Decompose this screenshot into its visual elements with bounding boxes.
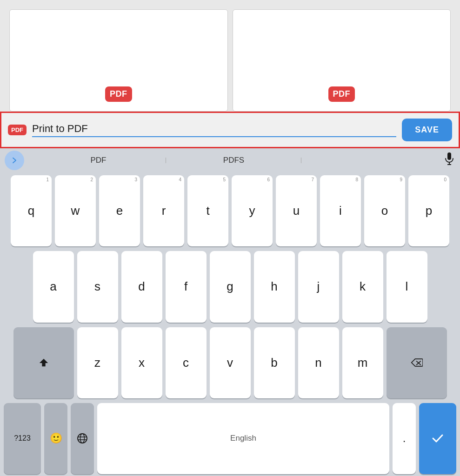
- pdf-thumbnail-left[interactable]: PDF: [9, 9, 228, 112]
- mic-button[interactable]: [443, 152, 455, 168]
- key-s[interactable]: s: [77, 251, 118, 322]
- chevron-right-icon: [10, 156, 19, 165]
- pdf-thumbnail-right[interactable]: PDF: [233, 9, 451, 112]
- suggestion-items: PDF PDFS: [31, 156, 437, 165]
- key-v[interactable]: v: [210, 327, 251, 398]
- key-emoji[interactable]: 🙂: [44, 403, 67, 474]
- key-n[interactable]: n: [298, 327, 339, 398]
- save-button[interactable]: SAVE: [402, 119, 452, 141]
- key-a[interactable]: a: [33, 251, 74, 322]
- key-return[interactable]: [419, 403, 456, 474]
- key-h[interactable]: h: [254, 251, 295, 322]
- key-num123[interactable]: ?123: [4, 403, 41, 474]
- key-k[interactable]: k: [342, 251, 383, 322]
- key-q[interactable]: q1: [11, 175, 52, 246]
- globe-icon: [77, 433, 88, 444]
- key-m[interactable]: m: [342, 327, 383, 398]
- key-period[interactable]: .: [393, 403, 416, 474]
- rename-input[interactable]: [32, 123, 396, 137]
- key-row-bottom: ?123 🙂 English .: [2, 403, 458, 474]
- key-y[interactable]: y6: [232, 175, 273, 246]
- svg-point-6: [80, 434, 85, 443]
- key-w[interactable]: w2: [55, 175, 96, 246]
- key-l[interactable]: l: [387, 251, 427, 322]
- key-j[interactable]: j: [298, 251, 339, 322]
- svg-point-5: [78, 434, 87, 443]
- key-space[interactable]: English: [97, 403, 389, 474]
- keyboard: q1 w2 e3 r4 t5 y6 u7 i8 o9 p0 a s d f g …: [0, 172, 460, 476]
- rename-input-wrapper: [32, 123, 396, 137]
- key-c[interactable]: c: [166, 327, 207, 398]
- key-d[interactable]: d: [121, 251, 162, 322]
- checkmark-icon: [432, 434, 444, 443]
- key-o[interactable]: o9: [364, 175, 405, 246]
- key-u[interactable]: u7: [276, 175, 317, 246]
- pdf-badge-left: PDF: [105, 86, 132, 102]
- suggestion-bar: PDF PDFS: [0, 148, 460, 172]
- shift-icon: [39, 357, 49, 368]
- pdf-thumbnails-area: PDF PDF: [0, 0, 460, 112]
- backspace-icon: [411, 357, 423, 368]
- suggestion-item-pdfs[interactable]: PDFS: [166, 156, 301, 165]
- key-row-3: z x c v b n m: [2, 327, 458, 398]
- microphone-icon: [443, 152, 455, 166]
- key-backspace[interactable]: [387, 327, 447, 398]
- key-p[interactable]: p0: [408, 175, 449, 246]
- suggestion-item-pdf[interactable]: PDF: [31, 156, 166, 165]
- key-globe[interactable]: [71, 403, 94, 474]
- key-row-1: q1 w2 e3 r4 t5 y6 u7 i8 o9 p0: [2, 175, 458, 246]
- rename-bar-pdf-icon: PDF: [8, 125, 27, 135]
- key-f[interactable]: f: [166, 251, 207, 322]
- key-i[interactable]: i8: [320, 175, 361, 246]
- key-z[interactable]: z: [77, 327, 118, 398]
- key-row-2: a s d f g h j k l: [2, 251, 458, 322]
- pdf-badge-right: PDF: [328, 86, 355, 102]
- suggestion-expand-button[interactable]: [5, 151, 24, 170]
- key-r[interactable]: r4: [143, 175, 184, 246]
- rename-bar: PDF SAVE: [0, 112, 460, 148]
- key-t[interactable]: t5: [187, 175, 228, 246]
- svg-rect-0: [447, 152, 451, 160]
- key-x[interactable]: x: [121, 327, 162, 398]
- key-e[interactable]: e3: [99, 175, 140, 246]
- key-shift[interactable]: [13, 327, 74, 398]
- key-g[interactable]: g: [210, 251, 251, 322]
- emoji-icon: 🙂: [50, 432, 62, 444]
- key-b[interactable]: b: [254, 327, 295, 398]
